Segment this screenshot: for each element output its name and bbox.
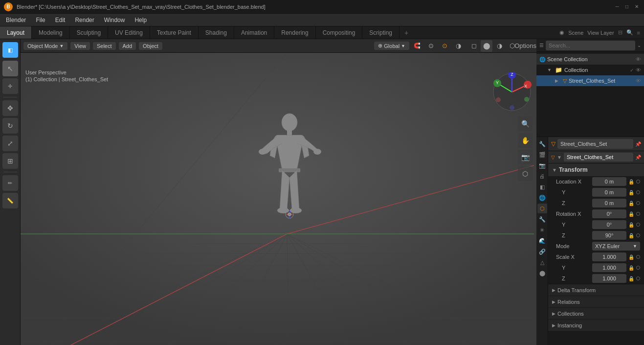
object-expand-arrow[interactable]: ▶: [555, 78, 561, 83]
object-row-street-clothes[interactable]: ▶ ▽ Street_Clothes_Set 👁: [536, 75, 644, 86]
location-z-dot[interactable]: [636, 201, 640, 205]
material-icon[interactable]: ⬤: [537, 268, 547, 278]
rotation-z-lock[interactable]: 🔒: [628, 233, 634, 238]
view-layer-label[interactable]: View Layer: [587, 30, 614, 36]
object-menu[interactable]: Object: [139, 42, 162, 50]
tab-uv-editing[interactable]: UV Editing: [108, 26, 150, 39]
scale-y-lock[interactable]: 🔒: [628, 265, 634, 271]
tab-texture-paint[interactable]: Texture Paint: [150, 26, 199, 39]
measure-tool-button[interactable]: 📏: [2, 193, 18, 208]
wireframe-icon[interactable]: ◑: [452, 40, 464, 52]
location-x-value[interactable]: 0 m: [592, 177, 626, 186]
transform-global-dropdown[interactable]: ⊕ Global ▼: [374, 42, 409, 50]
instancing-section[interactable]: ▶ Instancing: [548, 320, 644, 331]
maximize-button[interactable]: □: [623, 3, 630, 10]
move-tool-button[interactable]: ✥: [2, 100, 18, 116]
menu-edit[interactable]: Edit: [51, 16, 69, 24]
menu-help[interactable]: Help: [131, 16, 151, 24]
rotation-x-dot[interactable]: [636, 212, 640, 216]
outliner-filter-icon[interactable]: ⌄: [637, 43, 641, 48]
outliner-search-input[interactable]: [546, 41, 635, 50]
world-icon[interactable]: 🌐: [537, 193, 547, 203]
obj-pin-icon[interactable]: 📌: [635, 155, 641, 160]
view-layer-icon[interactable]: ◧: [537, 182, 547, 192]
modifier-icon[interactable]: 🔧: [537, 214, 547, 224]
tab-scripting[interactable]: Scripting: [362, 26, 400, 39]
add-menu[interactable]: Add: [119, 42, 136, 50]
select-tool-button[interactable]: ↖: [2, 61, 18, 76]
scale-y-value[interactable]: 1.000: [592, 263, 626, 272]
scale-y-dot[interactable]: [636, 266, 640, 270]
object-data-icon[interactable]: △: [537, 257, 547, 267]
close-button[interactable]: ✕: [633, 3, 640, 10]
menu-blender[interactable]: Blender: [2, 16, 30, 24]
menu-window[interactable]: Window: [100, 16, 129, 24]
rotation-x-value[interactable]: 0°: [592, 209, 626, 218]
tab-sculpting[interactable]: Sculpting: [70, 26, 108, 39]
material-shading-btn[interactable]: ◑: [493, 40, 505, 52]
selected-object-name[interactable]: Street_Clothes_Set: [564, 153, 633, 161]
collection-checkbox[interactable]: ✓: [630, 68, 634, 73]
solid-shading-btn[interactable]: ⬤: [481, 40, 492, 52]
minimize-button[interactable]: ─: [614, 3, 621, 10]
physics-icon[interactable]: 🌊: [537, 236, 547, 246]
viewport[interactable]: Object Mode ▼ View Select Add Object ⊕ G…: [21, 39, 536, 345]
filter-icon[interactable]: ≡: [637, 30, 640, 36]
location-z-lock[interactable]: 🔒: [628, 201, 634, 206]
menu-file[interactable]: File: [32, 16, 49, 24]
rotation-x-lock[interactable]: 🔒: [628, 211, 634, 217]
tab-animation[interactable]: Animation: [234, 26, 274, 39]
rotation-y-lock[interactable]: 🔒: [628, 222, 634, 228]
navigation-gizmo[interactable]: X Y Z: [492, 72, 532, 112]
scale-z-dot[interactable]: [636, 276, 640, 280]
add-workspace-button[interactable]: +: [400, 26, 413, 39]
collection-row[interactable]: ▼ 📁 Collection ✓ 👁: [536, 65, 644, 75]
zoom-in-icon[interactable]: 🔍: [518, 116, 533, 131]
wireframe-shading-btn[interactable]: ◻: [468, 40, 480, 52]
scale-z-value[interactable]: 1.000: [592, 274, 626, 283]
constraints-icon[interactable]: 🔗: [537, 247, 547, 256]
scale-x-dot[interactable]: [636, 255, 640, 259]
rotation-z-dot[interactable]: [636, 233, 640, 237]
delta-transform-section[interactable]: ▶ Delta Transform: [548, 284, 644, 296]
scene-icon[interactable]: 🎬: [537, 150, 547, 160]
output-icon[interactable]: 🖨: [537, 171, 547, 181]
particle-icon[interactable]: ✳: [537, 225, 547, 235]
scale-z-lock[interactable]: 🔒: [628, 276, 634, 281]
overlay-icon[interactable]: ⊙: [439, 40, 450, 52]
menu-render[interactable]: Render: [71, 16, 98, 24]
render-icon[interactable]: 📷: [537, 161, 547, 170]
collection-visibility[interactable]: 👁: [636, 67, 641, 73]
scale-x-lock[interactable]: 🔒: [628, 254, 634, 260]
rotation-z-value[interactable]: 90°: [592, 231, 626, 240]
transform-tool-button[interactable]: ⊞: [2, 153, 18, 169]
tab-shading[interactable]: Shading: [199, 26, 234, 39]
select-menu[interactable]: Select: [93, 42, 116, 50]
location-x-dot[interactable]: [636, 180, 640, 184]
rotation-mode-dropdown[interactable]: XYZ Euler ▼: [592, 242, 640, 251]
tab-compositing[interactable]: Compositing: [316, 26, 363, 39]
scale-tool-button[interactable]: ⤢: [2, 136, 18, 151]
pan-icon[interactable]: ✋: [518, 133, 533, 148]
relations-section[interactable]: ▶ Relations: [548, 296, 644, 308]
camera-view-icon[interactable]: 📷: [518, 150, 533, 164]
object-mode-dropdown[interactable]: Object Mode ▼: [23, 42, 67, 50]
location-z-value[interactable]: 0 m: [592, 199, 626, 207]
proportional-icon[interactable]: ⊙: [425, 40, 437, 52]
object-icon[interactable]: ⬡: [537, 204, 547, 213]
annotate-tool-button[interactable]: ✏: [2, 175, 18, 191]
tab-rendering[interactable]: Rendering: [274, 26, 315, 39]
rotation-y-dot[interactable]: [636, 223, 640, 227]
ortho-view-icon[interactable]: ⬡: [518, 166, 533, 181]
rotate-tool-button[interactable]: ↻: [2, 118, 18, 134]
location-y-dot[interactable]: [636, 190, 640, 194]
collection-expand-arrow[interactable]: ▼: [547, 68, 553, 72]
scale-x-value[interactable]: 1.000: [592, 253, 626, 261]
tool-icon[interactable]: 🔧: [537, 139, 547, 149]
rotation-y-value[interactable]: 0°: [592, 220, 626, 229]
tab-modeling[interactable]: Modeling: [32, 26, 70, 39]
scene-name[interactable]: Scene: [568, 30, 583, 36]
snap-icon[interactable]: 🧲: [411, 40, 423, 52]
object-visibility[interactable]: 👁: [636, 78, 641, 84]
view-menu[interactable]: View: [70, 42, 90, 50]
